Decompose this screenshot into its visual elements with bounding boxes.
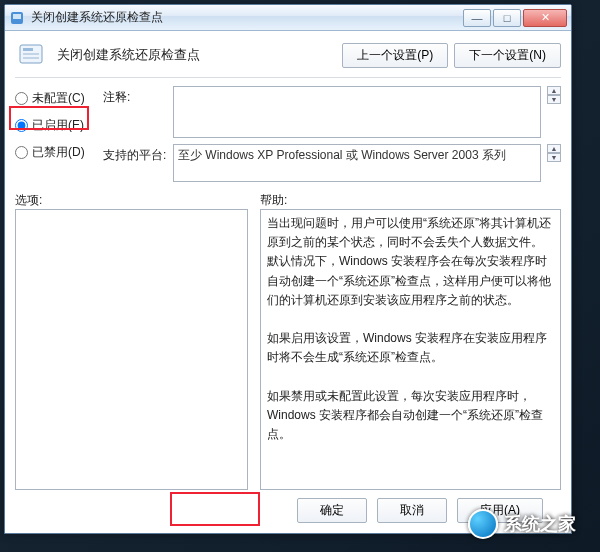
platform-scroll-down[interactable]: ▼ (547, 153, 561, 162)
help-text: 当出现问题时，用户可以使用“系统还原”将其计算机还原到之前的某个状态，同时不会丢… (267, 214, 554, 444)
platform-box: 至少 Windows XP Professional 或 Windows Ser… (173, 144, 541, 182)
platform-scroll-up[interactable]: ▲ (547, 144, 561, 153)
svg-rect-4 (23, 53, 39, 55)
options-pane[interactable] (15, 209, 248, 490)
radio-disabled[interactable]: 已禁用(D) (15, 144, 95, 161)
next-setting-button[interactable]: 下一个设置(N) (454, 43, 561, 68)
close-button[interactable]: ✕ (523, 9, 567, 27)
radio-enabled-input[interactable] (15, 119, 28, 132)
policy-icon (15, 39, 47, 71)
dialog-window: 关闭创建系统还原检查点 — □ ✕ 关闭创建系统还原检查点 (4, 4, 572, 534)
help-label: 帮助: (260, 192, 287, 209)
maximize-button[interactable]: □ (493, 9, 521, 27)
platform-label: 支持的平台: (103, 144, 167, 164)
svg-rect-3 (23, 48, 33, 51)
minimize-button[interactable]: — (463, 9, 491, 27)
window-title: 关闭创建系统还原检查点 (31, 9, 463, 26)
annotation-highlight-ok (170, 492, 260, 526)
app-icon (9, 10, 25, 26)
state-radio-group: 未配置(C) 已启用(E) 已禁用(D) (15, 86, 97, 182)
help-pane[interactable]: 当出现问题时，用户可以使用“系统还原”将其计算机还原到之前的某个状态，同时不会丢… (260, 209, 561, 490)
radio-enabled[interactable]: 已启用(E) (15, 117, 95, 134)
radio-not-configured[interactable]: 未配置(C) (15, 90, 95, 107)
radio-disabled-label: 已禁用(D) (32, 144, 85, 161)
comment-scroll-up[interactable]: ▲ (547, 86, 561, 95)
comment-textarea[interactable] (173, 86, 541, 138)
page-title: 关闭创建系统还原检查点 (57, 46, 332, 64)
radio-enabled-label: 已启用(E) (32, 117, 84, 134)
options-label: 选项: (15, 192, 260, 209)
comment-label: 注释: (103, 86, 167, 106)
platform-value: 至少 Windows XP Professional 或 Windows Ser… (178, 148, 506, 162)
svg-rect-1 (13, 14, 21, 19)
radio-not-configured-label: 未配置(C) (32, 90, 85, 107)
radio-disabled-input[interactable] (15, 146, 28, 159)
apply-button[interactable]: 应用(A) (457, 498, 543, 523)
comment-scroll-down[interactable]: ▼ (547, 95, 561, 104)
prev-setting-button[interactable]: 上一个设置(P) (342, 43, 448, 68)
radio-not-configured-input[interactable] (15, 92, 28, 105)
ok-button[interactable]: 确定 (297, 498, 367, 523)
cancel-button[interactable]: 取消 (377, 498, 447, 523)
svg-rect-5 (23, 57, 39, 59)
titlebar[interactable]: 关闭创建系统还原检查点 — □ ✕ (5, 5, 571, 31)
divider (15, 77, 561, 78)
